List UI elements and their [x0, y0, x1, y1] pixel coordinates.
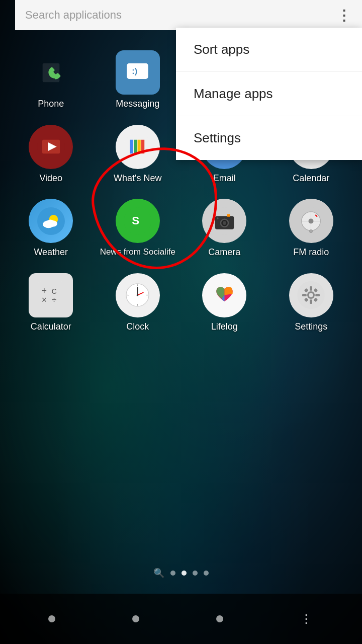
camera-icon [202, 199, 246, 243]
search-page-indicator: 🔍 [153, 568, 164, 579]
svg-point-71 [309, 293, 313, 297]
page-dot-3 [193, 571, 198, 576]
settings-icon [289, 273, 333, 317]
dropdown-menu: Sort apps Manage apps Settings [176, 28, 362, 160]
nav-overflow-button[interactable]: ⋮ [300, 612, 314, 626]
page-dot-4 [204, 571, 209, 576]
app-weather[interactable]: Weather [10, 194, 92, 263]
app-clock[interactable]: Clock [97, 268, 179, 338]
svg-rect-16 [138, 140, 141, 154]
messaging-label: Messaging [116, 99, 159, 110]
whats-new-label: What's New [114, 173, 161, 184]
weather-icon [29, 199, 73, 243]
sort-apps-item[interactable]: Sort apps [176, 28, 362, 72]
email-label: Email [213, 173, 236, 184]
lifelog-icon [202, 273, 246, 317]
svg-point-37 [47, 219, 54, 225]
app-camera[interactable]: Camera [184, 194, 265, 263]
fm-radio-icon [289, 199, 333, 243]
svg-text:S: S [132, 214, 140, 227]
lifelog-label: Lifelog [211, 321, 238, 333]
settings-item[interactable]: Settings [176, 116, 362, 160]
svg-rect-17 [141, 140, 144, 154]
app-settings[interactable]: Settings [270, 268, 352, 338]
svg-rect-73 [310, 300, 312, 304]
app-whats-new[interactable]: What's New [97, 120, 179, 189]
svg-point-46 [217, 217, 219, 219]
svg-text:C: C [52, 288, 57, 295]
page-dot-1 [170, 571, 175, 576]
fm-radio-label: FM radio [293, 247, 329, 258]
video-icon [29, 125, 73, 169]
news-socialife-label: News from Socialife [100, 247, 175, 257]
svg-rect-0 [127, 63, 149, 78]
calendar-label: Calendar [293, 173, 329, 184]
calculator-label: Calculator [31, 321, 71, 333]
svg-point-53 [310, 229, 313, 232]
svg-point-52 [309, 218, 314, 223]
svg-rect-15 [134, 140, 137, 154]
page-indicators: 🔍 [0, 568, 362, 579]
svg-text::): :) [132, 66, 138, 75]
page-dot-active [182, 571, 187, 576]
search-input[interactable]: Search applications [25, 9, 337, 22]
svg-point-44 [223, 221, 227, 225]
calculator-icon: + C × ÷ [29, 273, 73, 317]
svg-rect-72 [310, 286, 312, 291]
svg-point-63 [137, 294, 139, 296]
phone-label: Phone [38, 99, 64, 110]
app-video[interactable]: Video [10, 120, 92, 189]
news-socialife-icon: S [116, 199, 160, 243]
manage-apps-item[interactable]: Manage apps [176, 72, 362, 116]
app-fm-radio[interactable]: FM radio [270, 194, 352, 263]
svg-rect-14 [130, 140, 133, 154]
overflow-menu-icon[interactable]: ⋮ [337, 7, 352, 24]
weather-label: Weather [34, 247, 68, 258]
app-messaging[interactable]: :) Messaging [97, 45, 179, 115]
settings-app-label: Settings [295, 321, 327, 333]
video-label: Video [39, 173, 62, 184]
svg-text:÷: ÷ [52, 295, 57, 305]
clock-label: Clock [126, 321, 149, 333]
svg-rect-45 [227, 214, 230, 216]
app-lifelog[interactable]: Lifelog [184, 268, 265, 338]
app-phone[interactable]: Phone [10, 45, 92, 115]
bottom-nav-bar: ⋮ [0, 594, 362, 644]
nav-back-button[interactable] [48, 615, 55, 622]
messaging-icon: :) [116, 50, 160, 95]
nav-recents-button[interactable] [216, 615, 223, 622]
app-news-socialife[interactable]: S News from Socialife [97, 194, 179, 263]
app-calculator[interactable]: + C × ÷ Calculator [10, 268, 92, 338]
svg-rect-75 [316, 294, 320, 296]
svg-text:×: × [42, 295, 47, 305]
nav-home-button[interactable] [132, 615, 139, 622]
whats-new-icon [116, 125, 160, 169]
search-bar[interactable]: Search applications ⋮ [15, 0, 362, 30]
phone-icon [29, 50, 73, 95]
camera-label: Camera [208, 247, 240, 258]
clock-icon [116, 273, 160, 317]
svg-rect-74 [302, 294, 307, 296]
